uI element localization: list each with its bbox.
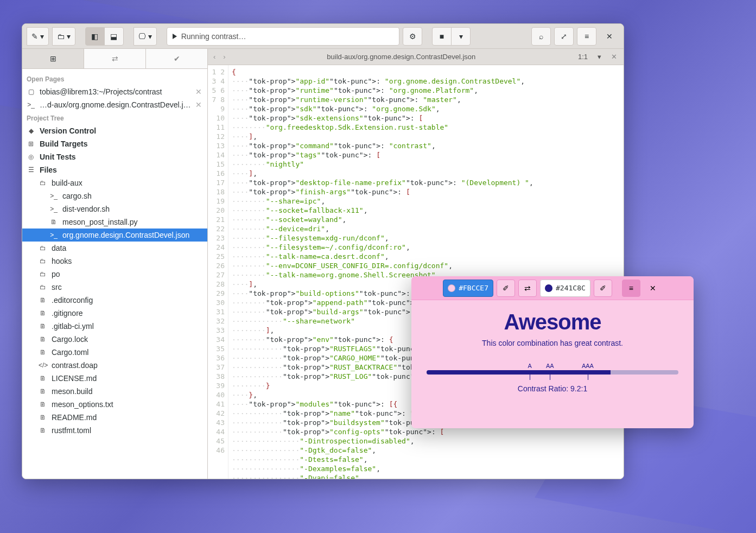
fg-color-value: #FBCCE7 — [459, 284, 488, 292]
eyedropper-icon: ✐ — [600, 284, 606, 293]
tree-file[interactable]: >_dist-vendor.sh — [22, 202, 207, 215]
tree-file[interactable]: 🗎.gitignore — [22, 307, 207, 320]
fullscreen-button[interactable]: ⤢ — [554, 27, 574, 46]
label-a: A — [528, 363, 532, 369]
tree-folder[interactable]: 🗀hooks — [22, 255, 207, 268]
tree-file[interactable]: 🗎meson_options.txt — [22, 398, 207, 411]
close-icon: ✕ — [650, 284, 656, 293]
contrast-subtitle: This color combination has great contras… — [482, 339, 623, 347]
file-icon: 🗎 — [39, 388, 47, 395]
play-icon — [173, 34, 177, 39]
targets-icon: ⊞ — [27, 140, 35, 148]
tree-file[interactable]: 🗎meson_post_install.py — [22, 215, 207, 229]
bg-picker-button[interactable]: ✐ — [594, 280, 612, 297]
chevron-down-icon[interactable]: ▾ — [594, 53, 605, 61]
close-icon[interactable]: ✕ — [195, 87, 203, 96]
sidebar: ⊞ ⇄ ✔ Open Pages ▢ tobias@librem13:~/Pro… — [22, 49, 208, 479]
fg-color-field[interactable]: #FBCCE7 — [443, 280, 493, 297]
swap-colors-button[interactable]: ⇄ — [518, 280, 537, 297]
tree-file[interactable]: 🗎meson.build — [22, 385, 207, 398]
panel-bottom-toggle[interactable]: ⬓ — [104, 27, 124, 46]
contrast-close-button[interactable]: ✕ — [644, 280, 662, 297]
window-close-button[interactable]: ✕ — [600, 27, 619, 46]
tree-folder[interactable]: 🗀 build-aux — [22, 176, 207, 189]
tree-file[interactable]: 🗎.gitlab-ci.yml — [22, 320, 207, 333]
bg-color-value: #241C8C — [556, 284, 586, 292]
label-aaa: AAA — [582, 363, 594, 369]
tree-folder[interactable]: 🗀src — [22, 281, 207, 294]
sidebar-item-unit-tests[interactable]: ◎ Unit Tests — [22, 150, 207, 163]
file-icon: >_ — [49, 205, 58, 213]
sidebar-item-version-control[interactable]: ◆ Version Control — [22, 124, 207, 137]
hamburger-icon: ≡ — [629, 284, 633, 293]
tree-file[interactable]: >_org.gnome.design.ContrastDevel.json — [22, 229, 207, 242]
open-button[interactable]: 🗀 ▾ — [52, 27, 75, 46]
main-menu-button[interactable]: ≡ — [577, 27, 596, 46]
panel-left-toggle[interactable]: ◧ — [85, 27, 105, 46]
tree-file[interactable]: </>contrast.doap — [22, 359, 207, 372]
run-menu-button[interactable]: ▾ — [451, 27, 471, 46]
file-icon: 🗎 — [39, 322, 47, 330]
close-icon: ✕ — [606, 32, 613, 41]
contrast-window: #FBCCE7 ✐ ⇄ #241C8C ✐ ≡ ✕ Awesome This c… — [411, 276, 694, 428]
file-icon: 🗎 — [39, 309, 47, 317]
sidebar-item-build-targets[interactable]: ⊞ Build Targets — [22, 137, 207, 150]
file-icon: </> — [39, 361, 47, 369]
fg-swatch — [448, 284, 455, 292]
editor-path: build-aux/org.gnome.design.ContrastDevel… — [231, 53, 571, 61]
tree-file[interactable]: 🗎LICENSE.md — [22, 372, 207, 385]
sidebar-tab-vcs[interactable]: ⇄ — [84, 49, 146, 68]
tree-file[interactable]: 🗎rustfmt.toml — [22, 424, 207, 437]
folder-icon: 🗀 — [39, 283, 47, 291]
open-page-item[interactable]: ▢ tobias@librem13:~/Projects/contrast ✕ — [22, 85, 207, 98]
nav-fwd-button[interactable]: › — [221, 53, 227, 61]
ide-toolbar: ✎ ▾ 🗀 ▾ ◧ ⬓ 🖵 ▾ Running contrast… ⚙ ■ ▾ … — [22, 24, 624, 49]
label-aa: AA — [546, 363, 554, 369]
folder-icon: 🗀 — [39, 257, 47, 265]
file-icon: 🗎 — [39, 414, 47, 421]
tree-file[interactable]: 🗎Cargo.toml — [22, 346, 207, 359]
cursor-position[interactable]: 1:1 — [575, 53, 591, 61]
bg-color-field[interactable]: #241C8C — [540, 280, 590, 297]
sidebar-item-files[interactable]: ☰ Files — [22, 163, 207, 176]
tree-file[interactable]: >_cargo.sh — [22, 189, 207, 202]
tree-folder[interactable]: 🗀data — [22, 242, 207, 255]
file-icon: 🗎 — [49, 218, 58, 226]
nav-back-button[interactable]: ‹ — [211, 53, 218, 61]
device-menu[interactable]: 🖵 ▾ — [134, 27, 157, 46]
tree-file[interactable]: 🗎Cargo.lock — [22, 333, 207, 346]
close-icon[interactable]: ✕ — [195, 100, 203, 109]
file-icon: 🗎 — [39, 427, 47, 434]
editor-close-button[interactable]: ✕ — [608, 53, 620, 61]
terminal-icon: ▢ — [27, 88, 35, 96]
highlight-button[interactable]: ✎ ▾ — [27, 27, 49, 46]
sidebar-tab-tree[interactable]: ⊞ — [22, 49, 84, 68]
file-icon: 🗎 — [39, 296, 47, 304]
open-pages-header: Open Pages — [22, 72, 207, 85]
project-tree-header: Project Tree — [22, 111, 207, 124]
open-page-item[interactable]: >_ …d-aux/org.gnome.design.ContrastDevel… — [22, 98, 207, 111]
file-icon: 🗎 — [39, 375, 47, 382]
omnibar-text: Running contrast… — [181, 32, 246, 41]
sidebar-tab-todo[interactable]: ✔ — [146, 49, 207, 68]
search-button[interactable]: ⌕ — [531, 27, 551, 46]
omnibar[interactable]: Running contrast… — [167, 27, 399, 46]
file-icon: >_ — [49, 192, 58, 200]
fg-picker-button[interactable]: ✐ — [497, 280, 515, 297]
files-icon: ☰ — [27, 166, 35, 174]
build-config-button[interactable]: ⚙ — [403, 27, 422, 46]
contrast-headerbar: #FBCCE7 ✐ ⇄ #241C8C ✐ ≡ ✕ — [411, 276, 694, 300]
file-icon: >_ — [49, 231, 58, 239]
tree-folder[interactable]: 🗀po — [22, 268, 207, 281]
folder-icon: 🗀 — [39, 270, 47, 278]
tree-file[interactable]: 🗎README.md — [22, 411, 207, 424]
tree-file[interactable]: 🗎.editorconfig — [22, 294, 207, 307]
stop-button[interactable]: ■ — [432, 27, 452, 46]
file-icon: 🗎 — [39, 348, 47, 356]
folder-icon: 🗀 — [39, 244, 47, 252]
line-gutter: 1 2 3 4 5 6 7 8 9 10 11 12 13 14 15 16 1… — [208, 65, 228, 479]
app-menu-button[interactable]: ≡ — [622, 280, 640, 297]
bg-swatch — [545, 284, 552, 292]
eyedropper-icon: ✐ — [503, 284, 509, 293]
tests-icon: ◎ — [27, 153, 35, 161]
